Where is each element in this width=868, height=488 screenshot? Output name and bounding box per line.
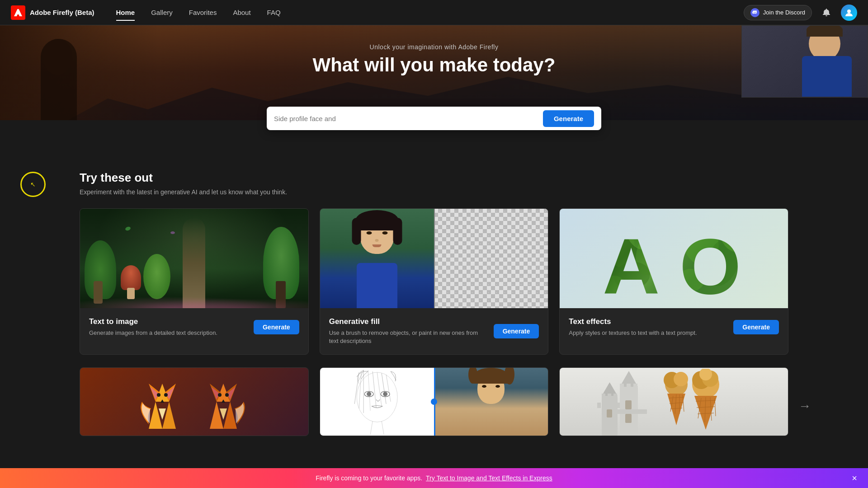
svg-point-46 [367,392,371,396]
hero-section: Unlock your imagination with Adobe Firef… [0,25,868,120]
card-bottom-text-to-image: Text to image Generate images from a det… [80,308,308,346]
svg-rect-62 [625,414,632,423]
card-info-text-to-image: Text to image Generate images from a det… [89,317,246,337]
fox-bg [80,368,308,436]
card-image-text-effects: A [560,209,788,308]
svg-point-21 [157,393,160,397]
card-bottom-text-effects: Text effects Apply styles or textures to… [560,308,788,346]
card-title-generative-fill: Generative fill [329,317,486,326]
nav-links: Home Gallery Favorites About FAQ [109,5,744,20]
svg-marker-35 [220,408,227,420]
svg-point-6 [603,276,625,294]
svg-line-39 [368,370,370,411]
user-avatar[interactable] [841,5,857,21]
generate-button-text-to-image[interactable]: Generate [254,320,299,334]
text-effects-preview: A [560,209,788,308]
svg-point-0 [847,9,851,13]
svg-marker-26 [223,402,237,429]
svg-point-12 [677,269,704,291]
discord-icon [750,8,760,17]
cards-grid-row2 [80,367,788,436]
card-fox [80,367,309,436]
card-text-to-image: Text to image Generate images from a det… [80,208,309,355]
card-image-sketch [320,368,548,436]
card-bottom-generative-fill: Generative fill Use a brush to remove ob… [320,308,548,354]
nav-gallery[interactable]: Gallery [144,5,180,20]
card-image-text-to-image [80,209,308,308]
banner-link[interactable]: Try Text to Image and Text Effects in Ex… [426,474,552,482]
svg-line-49 [370,421,373,435]
card-image-fox [80,368,308,436]
svg-line-50 [382,421,384,435]
card-title-text-to-image: Text to image [89,317,246,326]
svg-rect-55 [602,394,605,397]
main-content: Try these out Experiment with the latest… [0,153,868,454]
app-logo[interactable]: Adobe Firefly (Beta) [11,5,94,20]
main-generate-button[interactable]: Generate [543,110,594,127]
generate-button-generative-fill[interactable]: Generate [494,324,539,338]
svg-line-40 [373,371,376,408]
hero-subtitle: Unlock your imagination with Adobe Firef… [0,43,868,51]
svg-rect-66 [618,409,647,414]
svg-point-69 [674,372,688,386]
card-castle-icecream [559,367,788,436]
join-discord-label: Join the Discord [763,9,805,16]
card-title-text-effects: Text effects [569,317,726,326]
nav-right-actions: Join the Discord [744,5,857,21]
svg-point-44 [357,372,397,422]
cards-grid-row1: Text to image Generate images from a det… [80,208,788,355]
svg-marker-14 [149,402,162,429]
nav-faq[interactable]: FAQ [260,5,288,20]
card-text-effects: A [559,208,788,355]
card-info-generative-fill: Generative fill Use a brush to remove ob… [329,317,486,345]
nav-favorites[interactable]: Favorites [182,5,224,20]
bottom-banner: Firefly is coming to your favorite apps.… [0,468,868,488]
join-discord-button[interactable]: Join the Discord [744,5,812,20]
card-generative-fill: Generative fill Use a brush to remove ob… [320,208,549,355]
hero-title: What will you make today? [0,54,868,76]
nav-home[interactable]: Home [109,5,142,20]
see-more-arrow: → [798,399,811,413]
card-sketch-portrait [320,367,549,436]
notification-icon[interactable] [819,5,834,20]
te-letters-display: A [600,217,747,300]
generate-button-text-effects[interactable]: Generate [733,320,779,334]
svg-line-43 [386,375,391,402]
svg-point-22 [164,393,168,397]
navigation: Adobe Firefly (Beta) Home Gallery Favori… [0,0,868,25]
svg-point-48 [383,392,387,396]
section-title: Try these out [80,171,788,185]
svg-rect-58 [607,409,612,418]
section-description: Experiment with the latest in generative… [80,188,788,196]
card-desc-text-effects: Apply styles or textures to text with a … [569,329,726,337]
card-desc-text-to-image: Generate images from a detailed text des… [89,329,246,337]
hero-content: Unlock your imagination with Adobe Firef… [0,25,868,76]
svg-marker-15 [162,402,176,429]
search-input[interactable] [274,115,539,122]
svg-point-32 [218,393,222,397]
svg-rect-53 [597,403,601,408]
card-desc-generative-fill: Use a brush to remove objects, or paint … [329,329,486,345]
svg-rect-65 [633,384,637,388]
svg-marker-25 [210,402,223,429]
search-bar: Generate [267,107,601,130]
card-image-castle [560,368,788,436]
svg-line-37 [359,371,361,408]
svg-rect-61 [625,400,632,409]
search-bar-container: Generate [0,107,868,130]
cards-grid-row2-wrapper: → [80,367,788,436]
svg-marker-24 [159,408,166,420]
banner-close-button[interactable]: × [852,474,857,483]
webcam-video [742,26,868,97]
banner-text: Firefly is coming to your favorite apps. [316,474,422,482]
svg-rect-64 [627,384,631,388]
svg-point-33 [225,393,229,397]
svg-rect-56 [608,394,611,397]
svg-line-42 [382,373,386,404]
app-name-label: Adobe Firefly (Beta) [30,9,94,16]
nav-about[interactable]: About [226,5,258,20]
card-info-text-effects: Text effects Apply styles or textures to… [569,317,726,337]
svg-rect-63 [620,384,624,388]
card-image-generative-fill [320,209,548,308]
svg-marker-70 [667,394,685,425]
